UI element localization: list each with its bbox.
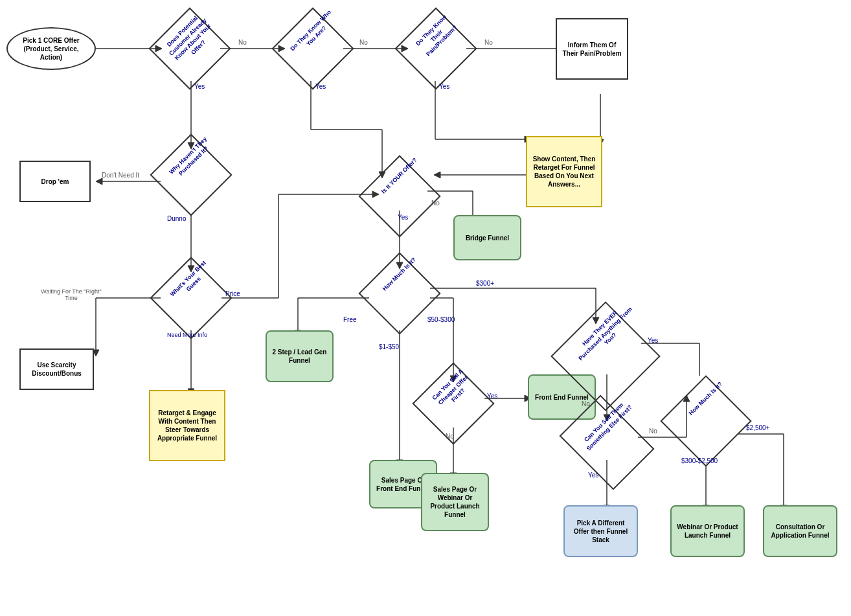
cheaper-no-label: No bbox=[446, 433, 454, 440]
scarcity-node: Use Scarcity Discount/Bonus bbox=[19, 348, 94, 390]
q3-yes-label: Yes bbox=[439, 83, 449, 90]
q1-no-label: No bbox=[238, 39, 247, 46]
svg-marker-13 bbox=[96, 178, 102, 185]
need-more-label: Need More Info bbox=[167, 332, 207, 338]
drop-em-node: Drop 'em bbox=[19, 161, 91, 202]
dunno-label: Dunno bbox=[167, 215, 186, 222]
show-content-node: Show Content, Then Retarget For Funnel B… bbox=[526, 136, 602, 207]
bridge-funnel-node: Bridge Funnel bbox=[453, 215, 521, 260]
sell-else-yes-label: Yes bbox=[588, 472, 598, 479]
cheaper-yes-label: Yes bbox=[487, 393, 497, 400]
svg-marker-33 bbox=[434, 172, 440, 178]
consultation-node: Consultation Or Application Funnel bbox=[763, 505, 837, 557]
1-50-label: $1-$50 bbox=[379, 343, 399, 350]
300plus-label: $300+ bbox=[476, 280, 494, 287]
q2-diamond bbox=[271, 7, 354, 89]
dont-need-label: Don't Need It bbox=[102, 172, 139, 179]
q2-yes-label: Yes bbox=[315, 83, 326, 90]
q3-no-label: No bbox=[484, 39, 493, 46]
your-offer-no-label: No bbox=[431, 200, 440, 207]
pick-different-node: Pick A Different Offer then Funnel Stack bbox=[563, 505, 638, 557]
sell-else-no-label: No bbox=[649, 428, 657, 435]
inform-node: Inform Them Of Their Pain/Problem bbox=[556, 18, 628, 80]
q-why-diamond bbox=[150, 133, 232, 216]
50-300-label: $50-$300 bbox=[427, 316, 455, 323]
q-how-much2-diamond bbox=[660, 375, 751, 466]
price-label: Price bbox=[225, 290, 240, 297]
300-2500-label: $300-$2,500 bbox=[681, 457, 718, 464]
webinar-node: Webinar Or Product Launch Funnel bbox=[670, 505, 745, 557]
q-your-offer-diamond bbox=[358, 155, 440, 237]
flowchart-canvas: Pick 1 CORE Offer(Product, Service, Acti… bbox=[0, 0, 851, 616]
q1-yes-label: Yes bbox=[194, 83, 205, 90]
pick-core-offer: Pick 1 CORE Offer(Product, Service, Acti… bbox=[6, 27, 96, 70]
2500plus-label: $2,500+ bbox=[746, 424, 769, 431]
retarget-node: Retarget & Engage With Content Then Stee… bbox=[149, 390, 225, 461]
sales-webinar-node: Sales Page Or Webinar Or Product Launch … bbox=[421, 473, 489, 531]
free-label: Free bbox=[343, 316, 357, 323]
q2-no-label: No bbox=[359, 39, 368, 46]
your-offer-yes-label: Yes bbox=[398, 214, 408, 221]
two-step-node: 2 Step / Lead Gen Funnel bbox=[266, 330, 334, 382]
waiting-label: Waiting For The "Right" Time bbox=[39, 288, 104, 301]
q-best-guess-diamond bbox=[150, 257, 232, 339]
ever-yes-label: Yes bbox=[648, 337, 658, 344]
